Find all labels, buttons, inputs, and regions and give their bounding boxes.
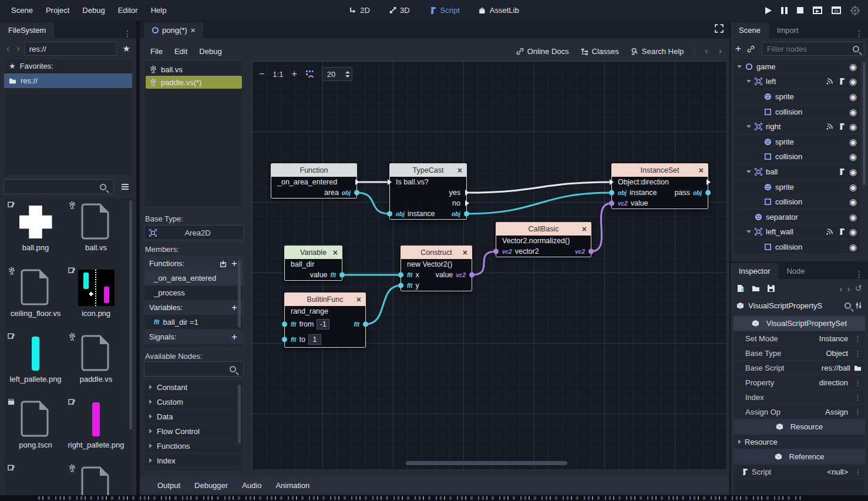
add-member-button[interactable]: +: [230, 302, 238, 314]
scene-tree-row[interactable]: left_wall◉: [734, 225, 860, 240]
inspector-section[interactable]: Resource: [734, 419, 865, 435]
search-help-button[interactable]: Search Help: [627, 45, 688, 58]
nav-forward-button[interactable]: ›: [14, 43, 22, 54]
dock-menu-icon[interactable]: ⋮: [850, 270, 868, 279]
close-node-icon[interactable]: ×: [457, 166, 462, 174]
port-is.instout[interactable]: [705, 190, 711, 196]
available-node-category[interactable]: Constant: [144, 380, 243, 395]
visibility-toggle-icon[interactable]: ◉: [849, 167, 857, 176]
tab-import[interactable]: Import: [769, 22, 807, 38]
collapse-icon[interactable]: [746, 125, 751, 128]
script-item[interactable]: vsball.vs: [146, 63, 242, 76]
collapse-icon[interactable]: [746, 80, 751, 83]
close-node-icon[interactable]: ×: [699, 166, 704, 174]
distraction-free-icon[interactable]: [715, 24, 724, 35]
members-category[interactable]: Signals:+: [144, 329, 243, 344]
visibility-toggle-icon[interactable]: ◉: [849, 107, 857, 116]
file-item[interactable]: left_pallete.png: [5, 330, 66, 396]
snap-step-spinbox[interactable]: [322, 67, 352, 81]
port-tc.yes[interactable]: [465, 190, 469, 196]
scene-tree-row[interactable]: collision◉: [734, 240, 860, 254]
mode-script[interactable]: Script: [423, 4, 465, 17]
port-bf.fromin[interactable]: [282, 322, 287, 327]
inspector-foldable[interactable]: Resource: [734, 435, 865, 449]
port-cb.vecin[interactable]: [493, 249, 499, 254]
inspector-property-row[interactable]: Assign OpAssign⋮: [734, 405, 865, 419]
signal-icon[interactable]: [826, 78, 833, 85]
snap-step-input[interactable]: [327, 70, 345, 79]
graph-node-callbasic[interactable]: CallBasic×Vector2.normalized()vc2vector2…: [496, 222, 591, 257]
menu-scene[interactable]: Scene: [6, 4, 38, 17]
menu-debug[interactable]: Debug: [193, 45, 227, 58]
scene-tree-row[interactable]: collision◉: [734, 105, 860, 120]
port-tc.instout[interactable]: [464, 211, 469, 217]
property-value[interactable]: Instance: [819, 334, 848, 343]
property-menu-icon[interactable]: ⋮: [852, 378, 862, 387]
close-node-icon[interactable]: ×: [582, 225, 587, 233]
inspector-tools-icon[interactable]: [855, 302, 862, 309]
property-menu-icon[interactable]: ⋮: [852, 408, 862, 416]
inspector-property-row[interactable]: Set ModeInstance⋮: [734, 331, 865, 346]
menu-file[interactable]: File: [144, 45, 169, 58]
node-header[interactable]: BuiltinFunc×: [285, 293, 365, 306]
property-value[interactable]: res://ball: [822, 364, 850, 372]
scene-tree-row[interactable]: game◉: [734, 59, 860, 75]
tab-scene[interactable]: Scene: [731, 22, 769, 38]
graph-node-variable[interactable]: Variable×ball_dirvalueflt: [284, 246, 342, 281]
visibility-toggle-icon[interactable]: ◉: [849, 137, 857, 146]
inspector-forward-icon[interactable]: ›: [847, 284, 850, 294]
property-value[interactable]: Assign: [825, 408, 848, 416]
port-fn.seqout[interactable]: [355, 179, 359, 185]
default-value-input[interactable]: 1: [308, 334, 321, 345]
scene-tree-scrollbar[interactable]: [863, 62, 866, 185]
bottom-tab-audio[interactable]: Audio: [236, 479, 267, 492]
port-tc.instin[interactable]: [387, 211, 392, 217]
port-con.yin[interactable]: [398, 283, 403, 288]
script-item[interactable]: vspaddle.vs(*): [146, 76, 242, 89]
visibility-toggle-icon[interactable]: ◉: [849, 122, 857, 131]
port-fn.area[interactable]: [354, 190, 359, 196]
close-node-icon[interactable]: ×: [333, 248, 338, 257]
port-tc.no[interactable]: [465, 200, 469, 206]
tab-filesystem[interactable]: FileSystem: [0, 22, 54, 38]
scene-tree-row[interactable]: sprite◉: [734, 180, 860, 195]
tab-pong-scene[interactable]: pong(*) ×: [144, 22, 203, 38]
scene-tree-row[interactable]: right◉: [734, 119, 860, 135]
add-member-button[interactable]: +: [230, 258, 238, 270]
scene-tree-row[interactable]: sprite◉: [734, 89, 860, 105]
zoom-out-button[interactable]: −: [259, 69, 264, 79]
file-item[interactable]: right_pallete.png: [66, 396, 126, 462]
graph-node-function[interactable]: Function_on_area_enteredareaobj: [271, 163, 357, 199]
play-custom-scene-button[interactable]: 🗀: [832, 6, 841, 14]
inspector-property-row[interactable]: Propertydirection⋮: [734, 375, 865, 390]
menu-edit[interactable]: Edit: [169, 45, 193, 58]
visibility-toggle-icon[interactable]: ◉: [849, 62, 857, 71]
available-node-category[interactable]: Flow Control: [144, 424, 243, 439]
script-history-forward[interactable]: ›: [716, 46, 725, 56]
load-resource-folder-icon[interactable]: [752, 284, 760, 292]
mode-assetlib[interactable]: AssetLib: [473, 4, 524, 17]
scene-tree-row[interactable]: ball◉: [734, 164, 860, 180]
menu-help[interactable]: Help: [146, 4, 172, 17]
menu-debug[interactable]: Debug: [77, 4, 110, 17]
signal-icon[interactable]: [826, 228, 833, 236]
script-icon[interactable]: [837, 228, 845, 236]
property-value[interactable]: direction: [819, 378, 848, 387]
port-is.seqout[interactable]: [706, 179, 711, 185]
file-item[interactable]: icon.png: [66, 264, 126, 330]
script-icon[interactable]: [837, 78, 845, 85]
port-is.instin[interactable]: [609, 190, 614, 196]
scene-tree-row[interactable]: separator◉: [734, 210, 860, 225]
edited-resource-row[interactable]: VisualScriptPropertyS: [731, 298, 868, 313]
file-item[interactable]: [5, 462, 66, 500]
play-button[interactable]: [765, 7, 772, 14]
inspector-property-row[interactable]: Index⋮: [734, 390, 865, 405]
visibility-toggle-icon[interactable]: ◉: [849, 152, 857, 161]
port-con.valout[interactable]: [469, 273, 475, 278]
spin-arrows-icon[interactable]: [345, 71, 350, 78]
member-item[interactable]: fltball_dir =1: [144, 315, 243, 329]
visibility-toggle-icon[interactable]: ◉: [849, 92, 857, 101]
current-path-field[interactable]: [24, 42, 117, 56]
property-value[interactable]: <null>: [827, 468, 848, 476]
port-is.valin[interactable]: [609, 201, 614, 206]
